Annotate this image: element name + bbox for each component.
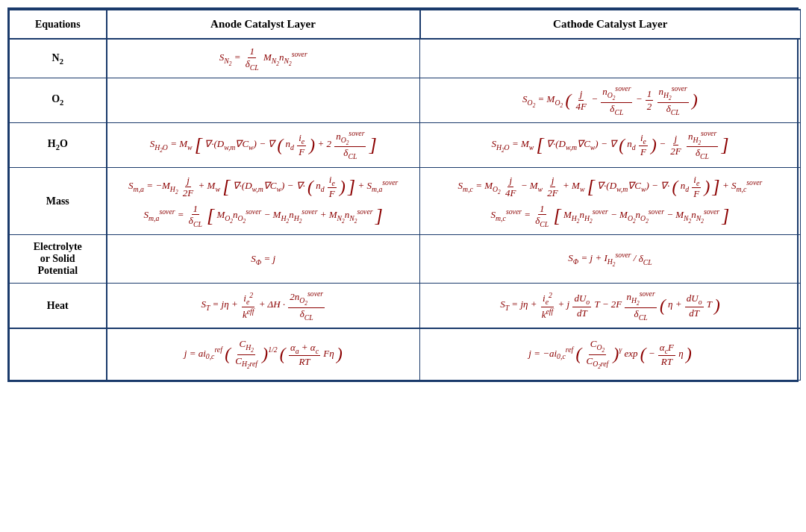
main-table-container: Equations Anode Catalyst Layer Cathode C… — [7, 7, 799, 382]
cathode-formula-h2o: SH2O = Mw [ ∇·(Dw,m∇Cw) − ∇ ( nd ie F ) … — [420, 122, 801, 167]
eq-label-h2o: H2O — [10, 122, 107, 167]
anode-formula-bottom: j = ai0,cref ( CH2 CH2ref )1/2 ( αa + αc… — [107, 328, 420, 380]
table-row: Heat ST = jη + ie2 keff + ΔH · 2nO2sover… — [10, 284, 801, 328]
eq-label-n2: N2 — [10, 39, 107, 78]
cathode-formula-electrolyte: SΦ = j + IH2sover / δCL — [420, 235, 801, 284]
header-equations: Equations — [10, 10, 107, 39]
anode-formula-h2o: SH2O = Mw [ ∇·(Dw,m∇Cw) − ∇ ( nd ie F ) … — [107, 122, 420, 167]
eq-label-mass: Mass — [10, 167, 107, 235]
table-row: H2O SH2O = Mw [ ∇·(Dw,m∇Cw) − ∇ ( nd ie … — [10, 122, 801, 167]
table-row: O2 SO2 = MO2 ( j 4F − nO2sover — [10, 78, 801, 122]
cathode-formula-n2 — [420, 39, 801, 78]
table-row: j = ai0,cref ( CH2 CH2ref )1/2 ( αa + αc… — [10, 328, 801, 380]
cathode-formula-bottom: j = −ai0,cref ( CO2 CO2ref )γ exp ( − αc… — [420, 328, 801, 380]
anode-formula-heat: ST = jη + ie2 keff + ΔH · 2nO2sover δCL — [107, 284, 420, 328]
eq-label-heat: Heat — [10, 284, 107, 328]
eq-label-bottom — [10, 328, 107, 380]
eq-label-electrolyte: Electrolyteor SolidPotential — [10, 235, 107, 284]
eq-label-o2: O2 — [10, 78, 107, 122]
anode-formula-mass: Sm,a = −MH2 j 2F + Mw [ ∇·(Dw,m∇Cw) − ∇·… — [107, 167, 420, 235]
header-anode: Anode Catalyst Layer — [107, 10, 420, 39]
table-row: Mass Sm,a = −MH2 j 2F + Mw [ ∇·(Dw,m∇Cw)… — [10, 167, 801, 235]
cathode-formula-heat: ST = jη + ie2 keff + j dUo dT T − 2F nH2… — [420, 284, 801, 328]
header-cathode: Cathode Catalyst Layer — [420, 10, 801, 39]
table-row: Electrolyteor SolidPotential SΦ = j SΦ =… — [10, 235, 801, 284]
cathode-formula-mass: Sm,c = MO2 j 4F − Mw j 2F + Mw [ ∇·(Dw,m… — [420, 167, 801, 235]
anode-formula-electrolyte: SΦ = j — [107, 235, 420, 284]
table-row: N2 SN2 = 1 δCL MN2nN2sover — [10, 39, 801, 78]
cathode-formula-o2: SO2 = MO2 ( j 4F − nO2sover δCL − — [420, 78, 801, 122]
anode-formula-n2: SN2 = 1 δCL MN2nN2sover — [107, 39, 420, 78]
anode-formula-o2 — [107, 78, 420, 122]
